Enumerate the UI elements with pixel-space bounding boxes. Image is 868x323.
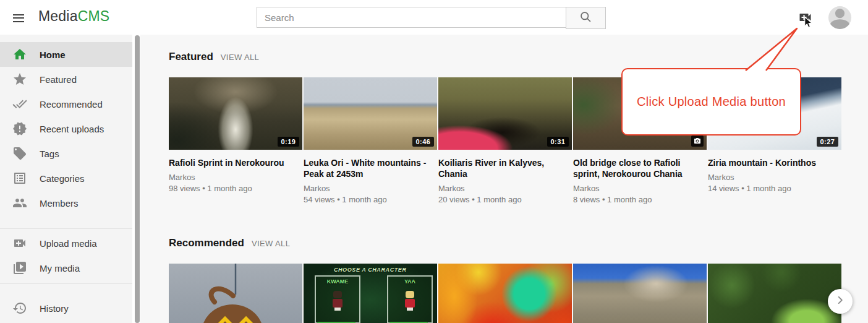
star-icon [12,72,27,87]
search-icon [579,11,592,26]
media-author[interactable]: Markos [573,184,707,194]
media-thumbnail[interactable] [573,264,707,323]
media-author[interactable]: Markos [304,184,437,194]
sidebar-divider [0,228,132,229]
game-character-sprite [404,291,415,311]
sidebar: Home Featured Recommended Recent uploads… [0,35,132,323]
duration-badge: 0:31 [547,137,568,147]
media-card[interactable]: 0:19 Rafioli Sprint in Nerokourou Markos… [169,77,302,205]
game-character-sprite [332,291,343,311]
recommended-cards-row: CHOOSE A CHARACTER KWAME YAA Selected [169,264,843,323]
annotation-tooltip: Click Upload Media button [621,68,801,136]
sidebar-item-members[interactable]: Members [0,191,132,215]
search-bar [257,7,606,28]
sidebar-item-my-media[interactable]: My media [0,256,132,280]
people-icon [12,196,27,210]
sidebar-item-history[interactable]: History [0,296,132,321]
user-avatar-button[interactable] [828,6,851,29]
logo-primary: Media [38,8,78,24]
video-library-icon [12,261,27,275]
home-icon [12,47,27,62]
media-title[interactable]: Old bridge close to Rafioli sprint, Nero… [573,157,704,179]
section-title-recommended: Recommended [169,237,244,249]
logo-accent: CMS [78,8,110,24]
top-bar: MediaCMS [0,0,868,35]
duration-badge: 0:46 [412,137,433,147]
media-card[interactable]: 0:46 Leuka Ori - White mountains - Peak … [304,77,437,205]
sidebar-item-home[interactable]: Home [0,42,132,67]
sidebar-item-label: Recommended [40,99,103,110]
list-alt-icon [12,171,27,186]
sidebar-item-upload-media[interactable]: Upload media [0,231,132,256]
sidebar-item-label: History [40,303,69,314]
app-logo[interactable]: MediaCMS [38,8,109,25]
sidebar-item-recent-uploads[interactable]: Recent uploads [0,116,132,141]
person-icon [828,20,851,29]
sidebar-item-tags[interactable]: Tags [0,141,132,166]
media-thumbnail[interactable]: 0:31 [438,77,572,150]
media-meta: 98 views • 1 month ago [169,184,302,194]
media-meta: 8 views • 1 month ago [573,195,707,205]
sidebar-scrollbar-track [132,35,140,323]
game-character-name: KWAME [316,278,359,285]
game-title-text: CHOOSE A CHARACTER [304,267,437,273]
sidebar-item-featured[interactable]: Featured [0,67,132,92]
history-icon [12,301,27,316]
search-button[interactable] [566,7,606,29]
sidebar-item-recommended[interactable]: Recommended [0,92,132,116]
media-thumbnail[interactable]: 0:19 [169,77,302,150]
game-character-panel: YAA [387,275,433,323]
media-card[interactable] [438,264,572,323]
duration-badge: 0:27 [817,137,838,147]
media-thumbnail[interactable] [438,264,572,323]
media-title[interactable]: Leuka Ori - White mountains - Peak at 24… [304,157,435,179]
game-character-name: YAA [388,278,432,285]
recommended-section: Recommended VIEW ALL CHO [169,237,843,323]
sidebar-item-label: Categories [40,173,85,184]
sidebar-divider [0,283,132,284]
media-title[interactable]: Rafioli Sprint in Nerokourou [169,157,300,168]
media-card[interactable] [573,264,707,323]
sidebar-item-label: Members [40,198,79,209]
media-card[interactable]: 0:31 Koiliaris River in Kalyves, Chania … [438,77,572,205]
media-meta: 54 views • 1 month ago [304,195,437,205]
media-card[interactable] [708,264,841,323]
media-card[interactable] [169,264,302,323]
media-author[interactable]: Markos [438,184,572,194]
media-thumbnail[interactable]: CHOOSE A CHARACTER KWAME YAA Selected [304,264,437,323]
media-thumbnail[interactable]: 0:46 [304,77,437,150]
media-meta: 20 views • 1 month ago [438,195,572,205]
chevron-right-icon [833,293,847,309]
sidebar-item-label: Tags [40,149,59,159]
hamburger-menu-icon[interactable] [10,11,27,27]
search-input[interactable] [257,7,566,28]
media-author[interactable]: Markos [169,173,302,183]
annotation-tooltip-text: Click Upload Media button [637,95,786,109]
sidebar-item-label: Featured [40,74,77,85]
new-releases-icon [12,121,27,136]
media-meta: 14 views • 1 month ago [708,184,841,194]
sidebar-scrollbar-thumb[interactable] [135,35,140,323]
media-card[interactable]: CHOOSE A CHARACTER KWAME YAA Selected [304,264,437,323]
recommended-view-all-link[interactable]: VIEW ALL [252,239,290,248]
media-thumbnail[interactable] [169,264,302,323]
media-thumbnail[interactable] [708,264,841,323]
mouse-cursor [802,16,814,32]
photo-camera-icon-badge [691,136,704,147]
carousel-next-button[interactable] [828,289,853,314]
video-call-icon [12,236,27,251]
sidebar-item-categories[interactable]: Categories [0,166,132,191]
featured-view-all-link[interactable]: VIEW ALL [221,53,259,62]
duration-badge: 0:19 [278,137,299,147]
game-character-panel: KWAME [315,275,360,323]
sidebar-item-label: My media [40,263,80,273]
done-all-icon [12,97,27,111]
sidebar-item-label: Recent uploads [40,124,104,134]
sidebar-item-label: Home [40,50,66,60]
media-title[interactable]: Koiliaris River in Kalyves, Chania [438,157,569,179]
media-author[interactable]: Markos [708,173,841,183]
media-title[interactable]: Ziria mountain - Korinthos [708,157,839,168]
section-title-featured: Featured [169,51,213,63]
sidebar-item-label: Upload media [40,238,97,249]
pumpkin-craft-graphic [169,264,302,323]
